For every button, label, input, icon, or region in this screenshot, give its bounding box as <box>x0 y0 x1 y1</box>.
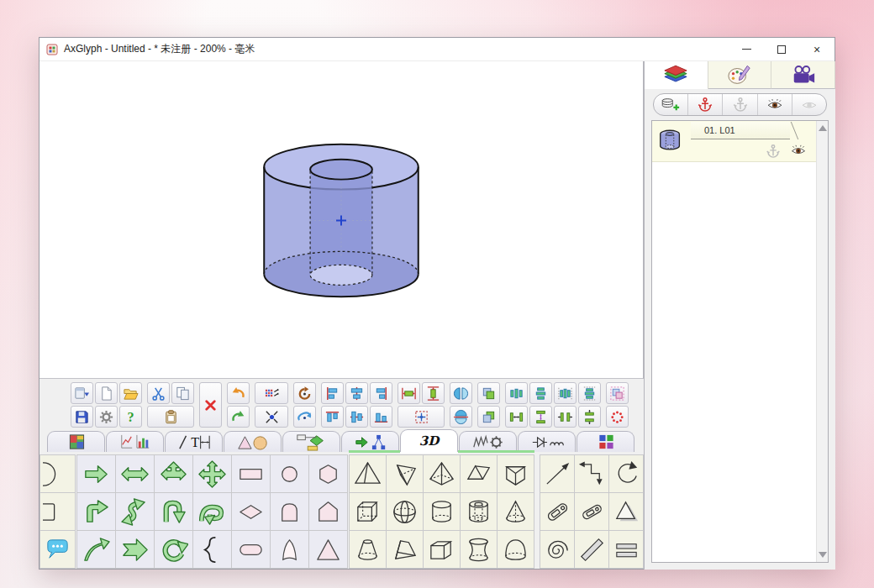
same-width-button[interactable] <box>398 382 420 404</box>
scroll-up-icon[interactable] <box>819 125 827 131</box>
layer-visibility-icon[interactable] <box>789 143 809 159</box>
palette-shape-triangle-shadow[interactable] <box>609 493 643 530</box>
dist-h-button[interactable] <box>505 382 528 404</box>
palette-shape-shape-arch[interactable] <box>271 493 308 530</box>
rotate-cw-button[interactable] <box>293 382 316 404</box>
palette-shape-rect-partial[interactable] <box>40 493 75 530</box>
palette-shape-speech-bubble[interactable] <box>40 531 75 568</box>
eye-off-button[interactable] <box>792 94 826 115</box>
tab-graph[interactable] <box>341 431 399 452</box>
settings-button[interactable] <box>95 406 118 428</box>
close-button[interactable]: × <box>799 38 835 60</box>
panel-tab-camera[interactable] <box>771 61 835 89</box>
center-page-button[interactable] <box>398 406 445 428</box>
tab-spring-gear[interactable] <box>459 431 517 452</box>
align-center-h-button[interactable] <box>345 382 368 404</box>
converge-button[interactable] <box>255 406 288 428</box>
palette-shape-spiral[interactable] <box>540 531 574 568</box>
maximize-button[interactable] <box>764 38 799 60</box>
canvas-object-hollow-cylinder[interactable] <box>264 144 419 297</box>
palette-shape-shape-circle[interactable] <box>271 455 308 492</box>
group-button[interactable] <box>606 382 629 404</box>
palette-shape-double-bars[interactable] <box>609 531 643 568</box>
panel-tab-layers[interactable] <box>645 61 708 89</box>
palette-shape-dome[interactable] <box>498 531 534 568</box>
help-button[interactable]: ? <box>119 406 142 428</box>
palette-shape-arrow-s-curve[interactable] <box>116 493 154 530</box>
tab-blocks[interactable] <box>577 431 634 452</box>
palette-shape-cuboid[interactable] <box>424 531 460 568</box>
palette-shape-arrow-four-way[interactable] <box>193 455 231 492</box>
save-button[interactable] <box>71 406 93 428</box>
palette-shape-arrow-zigzag[interactable] <box>575 455 608 492</box>
palette-shape-marker-pen[interactable] <box>540 493 574 530</box>
palette-shape-arrow-three-way[interactable] <box>155 455 192 492</box>
palette-shape-thick-line[interactable] <box>575 531 608 568</box>
paste-button[interactable] <box>147 406 194 428</box>
rotate-tilt-button[interactable] <box>293 406 316 428</box>
palette-shape-arrow-arc[interactable] <box>609 455 643 492</box>
palette-shape-frustum[interactable] <box>350 531 386 568</box>
palette-shape-shape-rect[interactable] <box>232 455 270 492</box>
palette-shape-prism-horizontal[interactable] <box>461 455 497 492</box>
palette-shape-arrow-double-h[interactable] <box>116 455 154 492</box>
dist-v-edge-button[interactable] <box>578 382 601 404</box>
minimize-button[interactable] <box>729 38 764 60</box>
gap-v-button[interactable] <box>529 406 552 428</box>
palette-shape-cone[interactable] <box>498 493 534 530</box>
tab-three-d[interactable]: 3D <box>400 429 458 452</box>
layer-scrollbar[interactable] <box>816 121 828 562</box>
drawing-canvas[interactable] <box>39 61 644 379</box>
palette-shape-pyramid[interactable] <box>424 455 460 492</box>
palette-shape-arrow-corner[interactable] <box>77 493 115 530</box>
align-right-button[interactable] <box>370 382 392 404</box>
delete-button[interactable] <box>199 382 222 428</box>
palette-shape-shape-diamond[interactable] <box>232 493 270 530</box>
palette-shape-frustum-skewed[interactable] <box>387 531 423 568</box>
gap-h2-button[interactable] <box>554 406 577 428</box>
dist-v-button[interactable] <box>529 382 552 404</box>
same-height-button[interactable] <box>422 382 445 404</box>
layer-anchor-icon[interactable] <box>764 144 781 159</box>
align-bottom-button[interactable] <box>370 406 392 428</box>
panel-tab-palette[interactable] <box>708 61 772 89</box>
palette-shape-shape-pointed-arch[interactable] <box>271 531 308 568</box>
anchor-button[interactable] <box>688 94 723 115</box>
palette-shape-prism-vertical[interactable] <box>498 455 534 492</box>
palette-shape-arrow-rotate[interactable] <box>155 531 192 568</box>
palette-shape-arrow-loop[interactable] <box>193 493 231 530</box>
flip-v-button[interactable] <box>450 406 472 428</box>
palette-shape-tetrahedron-rotated[interactable] <box>387 455 423 492</box>
title-bar[interactable]: AxGlyph - Untitled - * 未注册 - 200% - 毫米 × <box>39 38 835 61</box>
gap-v2-button[interactable] <box>578 406 601 428</box>
palette-shape-arrow-diagonal[interactable] <box>540 455 574 492</box>
open-button[interactable] <box>119 382 142 404</box>
palette-shape-sphere[interactable] <box>387 493 423 530</box>
tab-basic-shapes[interactable] <box>224 431 282 452</box>
cut-button[interactable] <box>147 382 170 404</box>
align-top-button[interactable] <box>321 406 344 428</box>
palette-shape-arrow-notched[interactable] <box>116 531 154 568</box>
palette-shape-shape-pentagon[interactable] <box>309 493 347 530</box>
app-menu-button[interactable] <box>71 382 93 404</box>
scroll-down-icon[interactable] <box>819 552 827 558</box>
palette-shape-cube[interactable] <box>350 493 386 530</box>
palette-shape-shape-hexagon[interactable] <box>309 455 347 492</box>
gap-h-button[interactable] <box>505 406 528 428</box>
tab-image[interactable] <box>47 431 105 452</box>
dots-ring-button[interactable] <box>606 406 629 428</box>
add-layer-button[interactable] <box>654 94 688 115</box>
redo-button[interactable] <box>227 406 250 428</box>
send-back-button[interactable] <box>477 406 500 428</box>
palette-shape-arrow-swoosh[interactable] <box>77 531 115 568</box>
palette-shape-ellipse-partial[interactable] <box>40 455 75 492</box>
align-center-v-button[interactable] <box>345 406 368 428</box>
palette-shape-marker-pen-2[interactable] <box>575 493 608 530</box>
palette-shape-hyperboloid[interactable] <box>461 531 497 568</box>
palette-shape-tetrahedron[interactable] <box>350 455 386 492</box>
anchor-down-button[interactable] <box>723 94 757 115</box>
tab-charts[interactable] <box>106 431 164 452</box>
flip-h-button[interactable] <box>450 382 472 404</box>
copy-button[interactable] <box>171 382 194 404</box>
tab-draw-text[interactable]: T <box>165 431 223 452</box>
